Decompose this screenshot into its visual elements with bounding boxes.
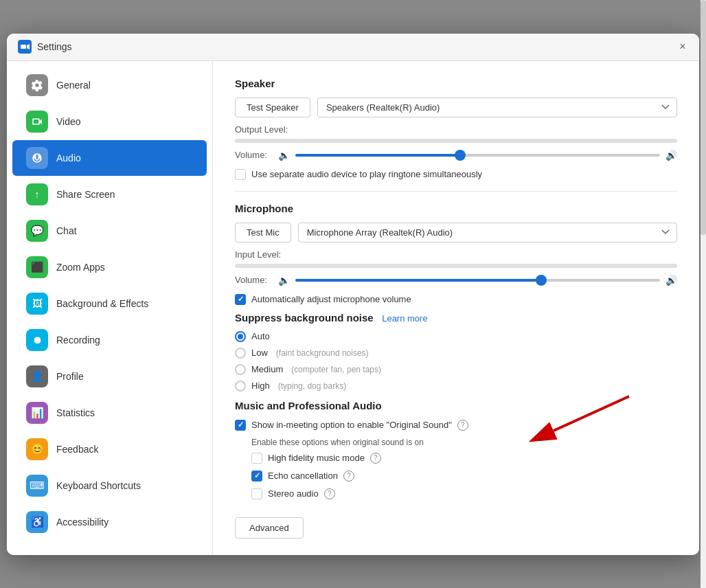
close-button[interactable]: × <box>677 41 688 52</box>
speaker-mic-divider <box>235 191 677 192</box>
zoom-logo <box>18 40 32 54</box>
music-audio-section: Music and Professional Audio Show in-mee… <box>235 400 677 539</box>
original-sound-sub-options: Enable these options when original sound… <box>251 438 677 499</box>
zoom-apps-icon: ⬛ <box>26 256 48 278</box>
radio-high: High (typing, dog barks) <box>235 381 677 392</box>
audio-icon <box>26 147 48 169</box>
radio-low-sub: (faint background noises) <box>276 348 369 358</box>
radio-auto: Auto <box>235 331 677 342</box>
input-level-bar <box>235 264 677 268</box>
radio-medium: Medium (computer fan, pen taps) <box>235 364 677 375</box>
auto-adjust-row: Automatically adjust microphone volume <box>235 294 677 305</box>
radio-auto-label: Auto <box>251 331 270 341</box>
main-content: Speaker Test Speaker Speakers (Realtek(R… <box>213 61 699 555</box>
test-mic-button[interactable]: Test Mic <box>235 223 291 242</box>
volume-high-icon: 🔊 <box>665 150 677 161</box>
learn-more-link[interactable]: Learn more <box>382 313 427 324</box>
output-level-label: Output Level: <box>235 124 677 135</box>
input-level-label: Input Level: <box>235 249 677 260</box>
background-effects-label: Background & Effects <box>56 298 148 309</box>
general-icon <box>26 74 48 96</box>
mic-volume-label: Volume: <box>235 275 273 285</box>
stereo-audio-checkbox[interactable] <box>251 488 262 499</box>
chat-label: Chat <box>56 225 77 236</box>
mic-volume-slider[interactable] <box>295 279 660 282</box>
sidebar-item-share-screen[interactable]: ↑Share Screen <box>12 177 207 212</box>
keyboard-shortcuts-icon: ⌨ <box>26 475 48 497</box>
sidebar-item-recording[interactable]: ⏺Recording <box>12 322 207 358</box>
echo-cancellation-help-icon[interactable]: ? <box>343 471 354 482</box>
speaker-volume-slider[interactable] <box>295 154 660 157</box>
stereo-audio-help-icon[interactable]: ? <box>324 488 335 499</box>
share-screen-icon: ↑ <box>26 183 48 205</box>
sidebar-item-chat[interactable]: 💬Chat <box>12 213 207 249</box>
feedback-label: Feedback <box>56 444 98 455</box>
general-label: General <box>56 80 91 91</box>
auto-adjust-checkbox[interactable] <box>235 294 246 305</box>
test-speaker-button[interactable]: Test Speaker <box>235 98 310 117</box>
sidebar-item-zoom-apps[interactable]: ⬛Zoom Apps <box>12 249 207 285</box>
sidebar-item-general[interactable]: General <box>12 67 207 103</box>
output-level-bar <box>235 139 677 143</box>
auto-adjust-label: Automatically adjust microphone volume <box>251 294 411 304</box>
mic-volume-high-icon: 🔊 <box>665 275 677 286</box>
mic-controls-row: Test Mic Microphone Array (Realtek(R) Au… <box>235 223 677 242</box>
statistics-label: Statistics <box>56 407 95 418</box>
radio-auto-circle[interactable] <box>235 331 246 342</box>
radio-low: Low (faint background noises) <box>235 348 677 359</box>
window-title: Settings <box>37 41 72 52</box>
svg-rect-1 <box>21 45 26 49</box>
suppress-noise-header: Suppress background noise Learn more <box>235 312 677 324</box>
profile-label: Profile <box>56 371 84 382</box>
radio-high-circle[interactable] <box>235 381 246 392</box>
mic-volume-low-icon: 🔈 <box>278 275 290 286</box>
sidebar-item-accessibility[interactable]: ♿Accessibility <box>12 504 207 540</box>
high-fidelity-label: High fidelity music mode <box>268 453 365 463</box>
suppress-noise-options: Auto Low (faint background noises) Mediu… <box>235 331 677 392</box>
speaker-volume-label: Volume: <box>235 150 273 160</box>
sidebar-item-feedback[interactable]: 😊Feedback <box>12 431 207 467</box>
mic-device-select[interactable]: Microphone Array (Realtek(R) Audio) <box>298 223 677 242</box>
speaker-controls-row: Test Speaker Speakers (Realtek(R) Audio) <box>235 98 677 117</box>
sidebar-item-profile[interactable]: 👤Profile <box>12 359 207 394</box>
original-sound-help-icon[interactable]: ? <box>457 420 468 431</box>
video-icon <box>26 111 48 133</box>
separate-audio-row: Use separate audio device to play ringto… <box>235 169 677 180</box>
sub-options-label: Enable these options when original sound… <box>251 438 677 447</box>
suppress-noise-title: Suppress background noise <box>235 312 374 324</box>
echo-cancellation-label: Echo cancellation <box>268 471 338 481</box>
background-effects-icon: 🖼 <box>26 293 48 315</box>
video-label: Video <box>56 116 81 127</box>
advanced-button[interactable]: Advanced <box>235 517 304 539</box>
sidebar-item-video[interactable]: Video <box>12 104 207 139</box>
radio-medium-sub: (computer fan, pen taps) <box>291 365 381 374</box>
keyboard-shortcuts-label: Keyboard Shortcuts <box>56 480 141 491</box>
sidebar-item-background-effects[interactable]: 🖼Background & Effects <box>12 286 207 321</box>
accessibility-label: Accessibility <box>56 517 109 528</box>
sidebar-item-audio[interactable]: Audio <box>12 140 207 176</box>
radio-low-circle[interactable] <box>235 348 246 359</box>
mic-volume-row: Volume: 🔈 🔊 <box>235 275 677 286</box>
sidebar-item-statistics[interactable]: 📊Statistics <box>12 395 207 431</box>
recording-label: Recording <box>56 335 100 346</box>
music-audio-title: Music and Professional Audio <box>235 400 677 411</box>
radio-medium-circle[interactable] <box>235 364 246 375</box>
echo-cancellation-checkbox[interactable] <box>251 471 262 482</box>
content-area: GeneralVideoAudio↑Share Screen💬Chat⬛Zoom… <box>7 61 699 555</box>
audio-label: Audio <box>56 152 81 163</box>
radio-high-sub: (typing, dog barks) <box>278 381 346 391</box>
separate-audio-label: Use separate audio device to play ringto… <box>251 169 482 179</box>
high-fidelity-checkbox[interactable] <box>251 453 262 464</box>
titlebar: Settings × <box>7 34 699 61</box>
original-sound-checkbox[interactable] <box>235 420 246 431</box>
separate-audio-checkbox[interactable] <box>235 169 246 180</box>
sidebar-item-keyboard-shortcuts[interactable]: ⌨Keyboard Shortcuts <box>12 468 207 504</box>
recording-icon: ⏺ <box>26 329 48 351</box>
zoom-apps-label: Zoom Apps <box>56 262 105 273</box>
speaker-volume-row: Volume: 🔈 🔊 <box>235 150 677 161</box>
speaker-device-select[interactable]: Speakers (Realtek(R) Audio) <box>317 98 677 117</box>
titlebar-left: Settings <box>18 40 72 54</box>
radio-high-label: High <box>251 381 270 391</box>
suppress-noise-section: Suppress background noise Learn more Aut… <box>235 312 677 392</box>
high-fidelity-help-icon[interactable]: ? <box>370 453 381 464</box>
